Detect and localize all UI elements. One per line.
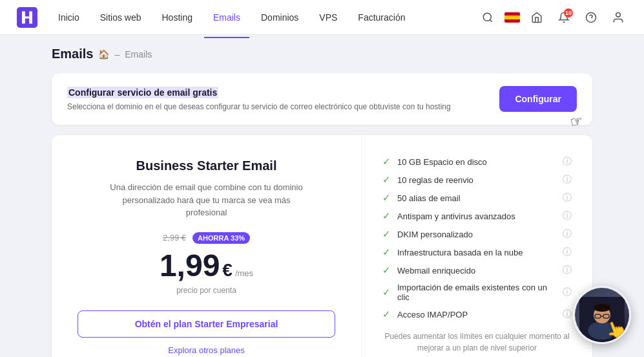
plan-price-row: 1,99 € /mes [160,248,253,283]
nav-hosting[interactable]: Hosting [153,7,202,28]
list-item: ✓ 10 reglas de reenvio ⓘ [382,174,572,186]
info-icon[interactable]: ⓘ [563,174,572,186]
feature-label: Importación de emails existentes con un … [397,283,556,302]
cursor-icon: ☞ [569,112,585,131]
info-icon[interactable]: ⓘ [563,228,572,240]
plan-title: Business Starter Email [136,158,277,173]
nav-facturacion[interactable]: Facturación [349,7,414,28]
plan-price: 1,99 [160,248,220,283]
list-item: ✓ Infraestructura basada en la nube ⓘ [382,246,572,258]
search-button[interactable] [477,7,498,28]
plan-per-label: precio por cuenta [176,286,236,295]
nav-store-icon[interactable] [526,7,547,28]
plan-note: Puedes aumentar los límites en cualquier… [382,330,572,354]
svg-point-1 [483,13,491,21]
help-button[interactable] [581,7,601,28]
feature-label: Webmail enriquecido [397,266,556,276]
plan-currency: € [222,260,233,281]
nav-dominios[interactable]: Dominios [252,7,307,28]
cursor-avatar: 👆 [575,288,629,342]
info-icon[interactable]: ⓘ [563,246,572,258]
breadcrumb-separator: – [114,49,119,60]
info-icon[interactable]: ⓘ [563,192,572,204]
svg-point-8 [594,304,610,312]
feature-label: 10 GB Espacio en disco [397,157,556,167]
language-flag[interactable] [504,12,520,23]
check-icon: ✓ [382,174,391,186]
feature-label: Antispam y antivirus avanzados [397,211,556,221]
plan-savings-badge: AHORRA 33% [192,232,250,244]
configure-button[interactable]: Configurar [499,86,577,112]
list-item: ✓ 50 alias de email ⓘ [382,192,572,204]
check-icon: ✓ [382,210,391,222]
plan-description: Una dirección de email que combine con t… [103,181,310,219]
feature-label: Acceso IMAP/POP [397,310,556,319]
nav-links: Inicio Sitios web Hosting Emails Dominio… [49,7,477,28]
main-content: Configurar servicio de email gratis Sele… [0,68,644,357]
plan-old-price: 2,99 € [163,233,186,243]
nav-sitios-web[interactable]: Sitios web [91,7,151,28]
plan-right: ✓ 10 GB Espacio en disco ⓘ ✓ 10 reglas d… [362,135,592,357]
nav-vps[interactable]: VPS [310,7,346,28]
list-item: ✓ 10 GB Espacio en disco ⓘ [382,156,572,168]
plan-left: Business Starter Email Una dirección de … [52,135,362,357]
feature-label: DKIM personalizado [397,230,556,239]
feature-label: 10 reglas de reenvio [397,175,556,185]
info-icon[interactable]: ⓘ [563,287,572,298]
notifications-button[interactable]: 10 [554,7,574,28]
check-icon: ✓ [382,228,391,240]
info-icon[interactable]: ⓘ [563,265,572,276]
plan-period: /mes [235,268,253,278]
configure-description: Selecciona el dominio en el que deseas c… [67,102,451,111]
cursor-avatar-overlay: 👆 [573,286,631,344]
feature-label: 50 alias de email [397,193,556,203]
check-icon: ✓ [382,156,391,168]
check-icon: ✓ [382,192,391,204]
info-icon[interactable]: ⓘ [563,210,572,222]
check-icon: ✓ [382,246,391,258]
list-item: ✓ Webmail enriquecido ⓘ [382,265,572,276]
breadcrumb-current: Emails [125,49,152,60]
list-item: ✓ Importación de emails existentes con u… [382,283,572,302]
notification-badge: 10 [564,8,573,17]
check-icon: ✓ [382,265,391,276]
svg-point-4 [616,12,621,17]
configure-text: Configurar servicio de email gratis Sele… [67,87,451,111]
profile-button[interactable] [608,7,628,28]
page-title: Emails [52,47,93,61]
plan-cta-button[interactable]: Obtén el plan Starter Empresarial [78,310,335,338]
check-icon: ✓ [382,308,391,320]
list-item: ✓ Acceso IMAP/POP ⓘ [382,308,572,320]
home-link[interactable]: 🏠 [98,49,109,60]
list-item: ✓ Antispam y antivirus avanzados ⓘ [382,210,572,222]
configure-heading: Configurar servicio de email gratis [67,87,218,98]
configure-banner: Configurar servicio de email gratis Sele… [52,73,592,125]
explore-plans-link[interactable]: Explora otros planes [168,345,245,355]
info-icon[interactable]: ⓘ [563,308,572,320]
plan-pricing: 2,99 € AHORRA 33% [163,232,250,244]
logo[interactable] [16,6,39,29]
nav-right: 10 [477,7,628,28]
nav-inicio[interactable]: Inicio [49,7,88,28]
list-item: ✓ DKIM personalizado ⓘ [382,228,572,240]
check-icon: ✓ [382,287,391,298]
nav-emails[interactable]: Emails [204,7,249,28]
feature-list: ✓ 10 GB Espacio en disco ⓘ ✓ 10 reglas d… [382,156,572,320]
info-icon[interactable]: ⓘ [563,156,572,168]
configure-button-wrap: Configurar ☞ [499,86,577,112]
plan-section: Business Starter Email Una dirección de … [52,135,592,357]
feature-label: Infraestructura basada en la nube [397,248,556,257]
breadcrumb: Emails 🏠 – Emails [0,35,644,68]
navbar: Inicio Sitios web Hosting Emails Dominio… [0,0,644,35]
